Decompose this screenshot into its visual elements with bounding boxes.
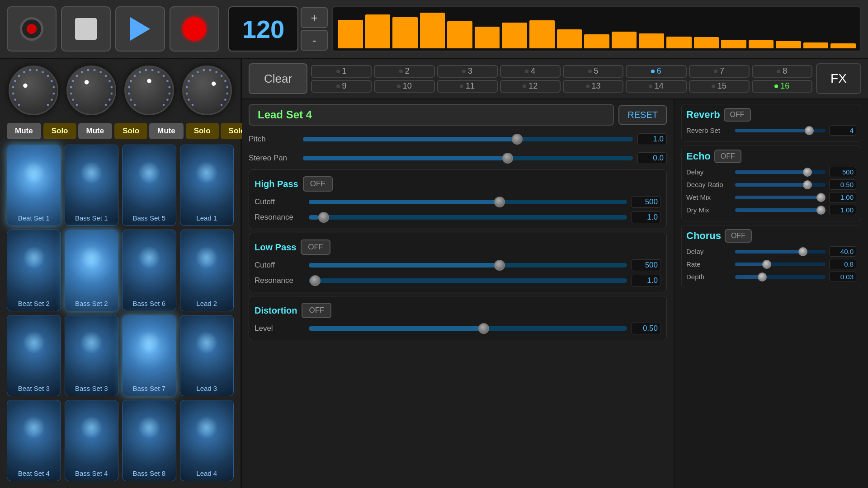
seq-step-8[interactable]: 8 xyxy=(752,65,812,78)
pad-11[interactable]: Bass Set 7 xyxy=(122,315,176,396)
reverb-set-slider[interactable] xyxy=(735,129,826,132)
effects-panel: Reverb OFF Reverb Set 4 xyxy=(674,99,868,488)
seq-step-12[interactable]: 12 xyxy=(500,80,561,93)
high-pass-cutoff-slider[interactable] xyxy=(309,200,627,204)
high-pass-resonance-slider[interactable] xyxy=(309,215,627,220)
svg-point-26 xyxy=(99,71,102,73)
bpm-controls: + - xyxy=(301,7,328,51)
seq-step-label-3: 3 xyxy=(468,66,472,76)
echo-toggle[interactable]: OFF xyxy=(714,150,741,163)
bpm-plus-button[interactable]: + xyxy=(301,7,328,28)
chorus-delay-label: Delay xyxy=(686,248,731,255)
knob-3[interactable] xyxy=(124,66,174,115)
low-pass-toggle[interactable]: OFF xyxy=(301,239,330,255)
low-pass-resonance-value: 1.0 xyxy=(632,275,661,286)
seq-step-dot-2 xyxy=(399,70,403,73)
seq-step-label-6: 6 xyxy=(657,66,661,76)
distortion-level-slider[interactable] xyxy=(309,326,627,331)
solo-button-3[interactable]: Solo xyxy=(186,123,219,139)
solo-button-1[interactable]: Solo xyxy=(43,123,76,139)
bpm-display[interactable]: 120 xyxy=(228,6,298,52)
low-pass-resonance-slider[interactable] xyxy=(309,278,627,283)
echo-header: Echo OFF xyxy=(686,150,856,163)
svg-point-24 xyxy=(87,69,90,71)
pad-4[interactable]: Lead 1 xyxy=(180,145,234,226)
record-button[interactable] xyxy=(170,6,219,52)
mute-button-3[interactable]: Mute xyxy=(149,123,184,139)
pad-2[interactable]: Bass Set 1 xyxy=(65,145,119,226)
echo-delay-slider[interactable] xyxy=(735,170,826,174)
pad-1[interactable]: Beat Set 1 xyxy=(7,145,61,226)
pad-13[interactable]: Beat Set 4 xyxy=(7,400,61,481)
seq-step-6[interactable]: 6 xyxy=(626,65,686,78)
low-pass-cutoff-label: Cutoff xyxy=(255,261,304,270)
pad-label-1: Beat Set 1 xyxy=(18,214,50,222)
seq-step-9[interactable]: 9 xyxy=(311,80,372,93)
reverb-block: Reverb OFF Reverb Set 4 xyxy=(681,104,861,142)
seq-step-7[interactable]: 7 xyxy=(689,65,750,78)
chorus-rate-slider[interactable] xyxy=(735,263,826,266)
chorus-toggle[interactable]: OFF xyxy=(725,229,752,243)
pad-5[interactable]: Beat Set 2 xyxy=(7,230,61,311)
chorus-delay-slider[interactable] xyxy=(735,250,826,253)
fx-button[interactable]: FX xyxy=(816,63,861,94)
rewind-button[interactable] xyxy=(7,6,57,52)
seq-step-3[interactable]: 3 xyxy=(437,65,498,78)
reset-button[interactable]: RESET xyxy=(618,105,667,125)
high-pass-cutoff-value: 500 xyxy=(632,196,661,208)
echo-decay-slider[interactable] xyxy=(735,183,826,187)
seq-step-dot-1 xyxy=(336,70,340,73)
solo-button-2[interactable]: Solo xyxy=(114,123,147,139)
stereo-pan-slider[interactable] xyxy=(303,156,633,160)
reverb-toggle[interactable]: OFF xyxy=(724,108,751,122)
seq-step-15[interactable]: 15 xyxy=(689,80,750,93)
stop-button[interactable] xyxy=(61,6,111,52)
seq-step-16[interactable]: 16 xyxy=(752,80,812,93)
spectrum-bar xyxy=(776,41,801,48)
pad-6[interactable]: Bass Set 2 xyxy=(65,230,119,311)
seq-step-10[interactable]: 10 xyxy=(374,80,434,93)
pad-7[interactable]: Bass Set 6 xyxy=(122,230,176,311)
seq-step-label-8: 8 xyxy=(783,66,787,76)
bpm-minus-button[interactable]: - xyxy=(301,30,328,51)
pad-glow-16 xyxy=(195,416,218,439)
low-pass-cutoff-slider[interactable] xyxy=(309,263,627,267)
seq-step-5[interactable]: 5 xyxy=(563,65,623,78)
seq-step-11[interactable]: 11 xyxy=(437,80,498,93)
chorus-depth-slider[interactable] xyxy=(735,275,826,279)
knob-4[interactable] xyxy=(182,66,232,115)
echo-dry-slider[interactable] xyxy=(735,208,826,212)
knob-1[interactable] xyxy=(9,66,58,115)
distortion-title: Distortion xyxy=(255,305,297,316)
play-button[interactable] xyxy=(115,6,165,52)
pad-glow-7 xyxy=(138,246,160,269)
pad-glow-11 xyxy=(138,331,160,354)
svg-point-37 xyxy=(128,86,130,89)
svg-point-48 xyxy=(166,99,169,101)
seq-step-label-15: 15 xyxy=(717,81,726,91)
pad-12[interactable]: Lead 3 xyxy=(180,315,234,396)
pad-3[interactable]: Bass Set 5 xyxy=(122,145,176,226)
pitch-slider[interactable] xyxy=(303,137,633,141)
seq-step-1[interactable]: 1 xyxy=(311,65,372,78)
distortion-toggle[interactable]: OFF xyxy=(302,303,331,318)
clear-button[interactable]: Clear xyxy=(249,63,307,94)
pad-9[interactable]: Beat Set 3 xyxy=(7,315,61,396)
seq-step-dot-16 xyxy=(774,84,778,88)
seq-step-2[interactable]: 2 xyxy=(374,65,434,78)
pad-15[interactable]: Bass Set 8 xyxy=(122,400,176,481)
seq-step-4[interactable]: 4 xyxy=(500,65,561,78)
high-pass-toggle[interactable]: OFF xyxy=(303,176,333,192)
seq-step-13[interactable]: 13 xyxy=(563,80,623,93)
seq-step-14[interactable]: 14 xyxy=(626,80,686,93)
mute-button-1[interactable]: Mute xyxy=(7,123,41,139)
pad-14[interactable]: Bass Set 4 xyxy=(65,400,119,481)
knob-2[interactable] xyxy=(66,66,116,115)
pad-16[interactable]: Lead 4 xyxy=(180,400,234,481)
pad-10[interactable]: Bass Set 3 xyxy=(65,315,119,396)
pad-label-11: Bass Set 7 xyxy=(132,385,165,392)
mute-button-2[interactable]: Mute xyxy=(78,123,113,139)
svg-point-57 xyxy=(197,71,199,73)
echo-wet-slider[interactable] xyxy=(735,196,826,199)
pad-8[interactable]: Lead 2 xyxy=(180,230,234,311)
